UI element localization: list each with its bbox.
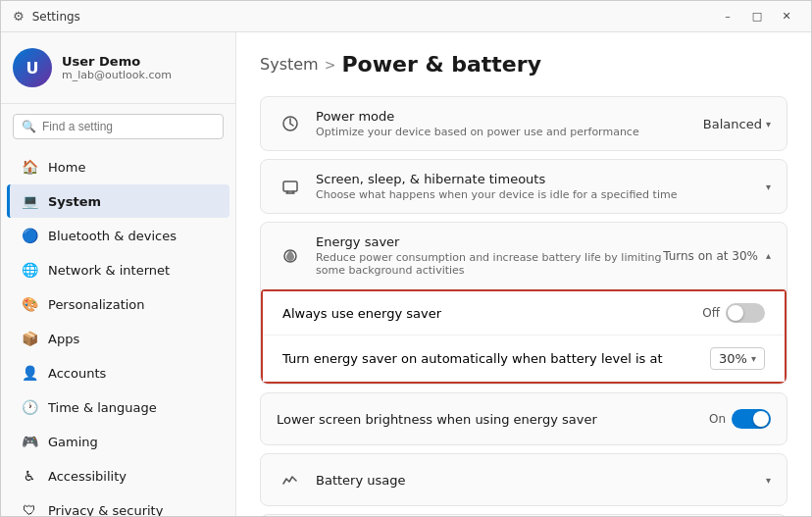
sidebar-item-network[interactable]: 🌐 Network & internet [7, 253, 229, 286]
always-use-toggle-container: Off [702, 303, 765, 323]
titlebar-controls: – □ ✕ [715, 7, 799, 26]
battery-usage-section: Battery usage ▾ [260, 453, 787, 506]
toggle-thumb [753, 411, 769, 427]
energy-saver-header[interactable]: Energy saver Reduce power consumption an… [261, 223, 787, 289]
sidebar-item-gaming-label: Gaming [48, 435, 98, 449]
settings-icon: ⚙ [13, 9, 25, 24]
search-box[interactable]: 🔍 [13, 114, 224, 139]
sidebar-item-apps[interactable]: 📦 Apps [7, 322, 229, 355]
sidebar-item-accounts[interactable]: 👤 Accounts [7, 356, 229, 389]
chevron-down-icon: ▾ [766, 475, 771, 486]
titlebar-title: Settings [32, 10, 80, 24]
screen-sleep-text: Screen, sleep, & hibernate timeouts Choo… [316, 172, 766, 201]
main-content: System > Power & battery Power mode Opti [236, 32, 811, 516]
svg-rect-1 [283, 181, 297, 191]
chevron-down-icon: ▾ [766, 119, 771, 129]
search-input[interactable] [42, 120, 215, 133]
always-use-energy-label: Always use energy saver [282, 306, 441, 321]
screen-sleep-row[interactable]: Screen, sleep, & hibernate timeouts Choo… [261, 160, 787, 213]
apps-icon: 📦 [21, 330, 38, 347]
sidebar-item-personalization[interactable]: 🎨 Personalization [7, 287, 229, 321]
power-mode-value: Balanced [703, 117, 762, 131]
sidebar-item-accessibility[interactable]: ♿ Accessibility [7, 459, 229, 492]
window-body: U User Demo m_lab@outlook.com 🔍 🏠 Home 💻 [1, 32, 811, 516]
lower-brightness-text: Lower screen brightness when using energ… [277, 412, 709, 427]
accessibility-icon: ♿ [21, 467, 38, 485]
maximize-button[interactable]: □ [744, 7, 770, 26]
power-mode-control[interactable]: Balanced ▾ [703, 117, 771, 131]
auto-battery-row: Turn energy saver on automatically when … [263, 336, 785, 382]
sidebar-item-accessibility-label: Accessibility [48, 469, 127, 484]
power-mode-icon [277, 110, 304, 137]
lower-brightness-row[interactable]: Lower screen brightness when using energ… [261, 393, 787, 444]
chevron-up-icon: ▴ [766, 250, 771, 261]
auto-battery-label: Turn energy saver on automatically when … [282, 351, 663, 366]
personalization-icon: 🎨 [21, 295, 38, 313]
sidebar-item-time[interactable]: 🕐 Time & language [7, 390, 229, 424]
battery-usage-text: Battery usage [316, 473, 766, 488]
energy-saver-title: Energy saver [316, 234, 663, 249]
energy-saver-subtitle: Reduce power consumption and increase ba… [316, 251, 663, 277]
breadcrumb-parent[interactable]: System [260, 55, 319, 74]
close-button[interactable]: ✕ [774, 7, 799, 26]
battery-usage-row[interactable]: Battery usage ▾ [261, 454, 787, 505]
power-mode-row[interactable]: Power mode Optimize your device based on… [261, 97, 787, 150]
user-profile[interactable]: U User Demo m_lab@outlook.com [1, 32, 235, 104]
lower-brightness-control: On [709, 409, 771, 429]
lower-brightness-toggle[interactable] [732, 409, 771, 429]
always-use-toggle-label: Off [702, 306, 720, 320]
sidebar: U User Demo m_lab@outlook.com 🔍 🏠 Home 💻 [1, 32, 236, 516]
energy-saver-icon [277, 242, 304, 270]
energy-saver-status: Turns on at 30% [663, 249, 758, 263]
system-icon: 💻 [21, 192, 38, 210]
sidebar-item-system[interactable]: 💻 System [7, 184, 229, 218]
always-use-energy-row: Always use energy saver Off [263, 291, 785, 336]
breadcrumb-separator: > [325, 57, 336, 73]
lid-power-row[interactable]: Lid & power button controls Choose what … [261, 515, 787, 516]
sidebar-item-home-label: Home [48, 160, 85, 175]
battery-usage-icon [277, 466, 304, 493]
home-icon: 🏠 [21, 158, 38, 176]
lower-brightness-section: Lower screen brightness when using energ… [260, 392, 787, 445]
energy-saver-body: Always use energy saver Off Turn energy … [261, 289, 787, 384]
battery-usage-control[interactable]: ▾ [766, 475, 771, 486]
sidebar-item-bluetooth[interactable]: 🔵 Bluetooth & devices [7, 219, 229, 252]
lower-brightness-toggle-label: On [709, 412, 726, 426]
sidebar-item-personalization-label: Personalization [48, 297, 145, 312]
sidebar-item-privacy[interactable]: 🛡 Privacy & security [7, 493, 229, 516]
gaming-icon: 🎮 [21, 433, 38, 450]
chevron-down-icon: ▾ [766, 181, 771, 192]
sidebar-item-system-label: System [48, 194, 101, 209]
minimize-button[interactable]: – [715, 7, 740, 26]
screen-sleep-control[interactable]: ▾ [766, 181, 771, 192]
energy-saver-control[interactable]: Turns on at 30% ▴ [663, 249, 771, 263]
battery-usage-title: Battery usage [316, 473, 766, 488]
power-mode-dropdown[interactable]: Balanced ▾ [703, 117, 771, 131]
breadcrumb: System > Power & battery [260, 52, 787, 77]
screen-sleep-section: Screen, sleep, & hibernate timeouts Choo… [260, 159, 787, 214]
sidebar-item-network-label: Network & internet [48, 263, 170, 278]
user-name: User Demo [62, 54, 172, 69]
titlebar-left: ⚙ Settings [13, 9, 80, 24]
always-use-energy-text: Always use energy saver [282, 306, 702, 321]
power-mode-subtitle: Optimize your device based on power use … [316, 126, 703, 138]
avatar: U [13, 48, 52, 87]
sidebar-item-gaming[interactable]: 🎮 Gaming [7, 425, 229, 458]
power-mode-title: Power mode [316, 109, 703, 124]
auto-battery-control[interactable]: 30% ▾ [710, 347, 765, 370]
battery-percent-dropdown[interactable]: 30% ▾ [710, 347, 765, 370]
screen-sleep-icon [277, 173, 304, 200]
sidebar-item-apps-label: Apps [48, 332, 79, 346]
toggle-thumb [728, 305, 743, 321]
search-icon: 🔍 [22, 120, 36, 133]
sidebar-item-privacy-label: Privacy & security [48, 503, 163, 517]
sidebar-item-home[interactable]: 🏠 Home [7, 150, 229, 183]
bluetooth-icon: 🔵 [21, 227, 38, 244]
chevron-down-icon: ▾ [751, 353, 756, 364]
page-title: Power & battery [341, 52, 541, 77]
sidebar-item-accounts-label: Accounts [48, 366, 106, 381]
battery-percent-value: 30% [719, 351, 747, 366]
screen-sleep-title: Screen, sleep, & hibernate timeouts [316, 172, 766, 186]
time-icon: 🕐 [21, 398, 38, 416]
always-use-toggle[interactable] [726, 303, 765, 323]
